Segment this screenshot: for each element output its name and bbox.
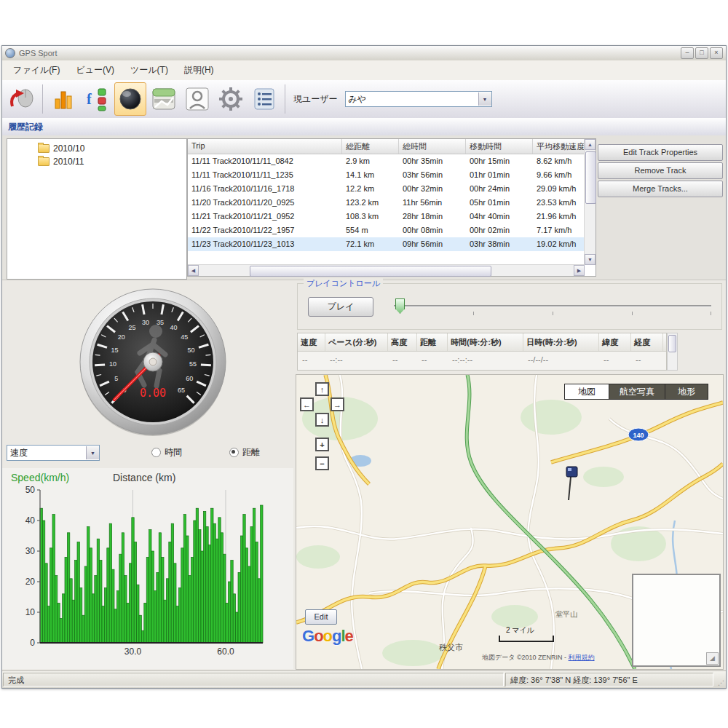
plot-selector-row: 速度 ▼ 時間 距離 — [2, 443, 293, 462]
overview-map-inset: ◢ — [632, 574, 721, 667]
menu-item-0[interactable]: ファイル(F) — [5, 61, 68, 79]
telemetry-scrollbar[interactable] — [667, 333, 678, 371]
history-globe-icon[interactable] — [114, 82, 146, 116]
track-row-3[interactable]: 11/20 Track2010/11/20_0925123.2 km11hr 5… — [188, 196, 596, 210]
route-map-icon[interactable] — [148, 82, 180, 116]
track-cell: 72.1 km — [342, 237, 399, 251]
settings-gear-icon[interactable] — [215, 82, 247, 116]
tree-folder-1[interactable]: 2010/11 — [7, 155, 186, 168]
playback-slider[interactable] — [394, 297, 711, 316]
track-row-1[interactable]: 11/11 Track2010/11/11_123514.1 km03hr 56… — [188, 168, 596, 182]
track-column-header[interactable]: 平均移動速度 — [533, 139, 585, 154]
folder-label: 2010/10 — [53, 143, 84, 154]
activity-status-icon[interactable]: f — [81, 82, 113, 116]
chevron-down-icon[interactable]: ▼ — [86, 446, 99, 459]
chevron-down-icon[interactable]: ▼ — [478, 92, 491, 106]
map-view[interactable]: 140 彩甲斐街道 堂平山 秩父市 ↑ ← → ↓ + − 地図 — [296, 374, 724, 670]
plot-metric-combobox[interactable]: 速度 ▼ — [7, 445, 100, 461]
menu-item-3[interactable]: 説明(H) — [176, 61, 222, 79]
track-column-header[interactable]: 総時間 — [399, 139, 466, 154]
track-cell: 29.09 km/h — [533, 182, 585, 196]
play-control-title: プレイコントロール — [304, 278, 383, 289]
edit-track-properties-button[interactable]: Edit Track Properties — [598, 144, 723, 161]
detail-pane: 05101520253035404550556065 0.00 — [2, 280, 726, 670]
zoom-out-button[interactable]: − — [315, 456, 329, 470]
current-user-combobox[interactable]: みや ▼ — [345, 91, 492, 107]
radio-icon[interactable] — [151, 448, 161, 457]
statistics-icon[interactable] — [47, 82, 79, 116]
terms-link[interactable]: 利用規約 — [569, 654, 595, 661]
track-row-6[interactable]: 11/23 Track2010/11/23_101372.1 km09hr 56… — [188, 237, 596, 251]
svg-text:50: 50 — [25, 485, 36, 495]
svg-text:40: 40 — [170, 324, 177, 331]
speedometer-gauge: 05101520253035404550556065 0.00 — [77, 286, 229, 438]
track-column-header[interactable]: Trip — [188, 139, 342, 154]
horizontal-scrollbar[interactable]: ◀ ▶ — [188, 264, 585, 276]
telemetry-cell: --:-- — [325, 352, 388, 369]
slider-tick — [473, 312, 474, 315]
track-column-header[interactable]: 移動時間 — [466, 139, 533, 154]
track-row-2[interactable]: 11/16 Track2010/11/16_171812.2 km00hr 32… — [188, 182, 596, 196]
tree-folder-0[interactable]: 2010/10 — [7, 142, 186, 155]
svg-text:0: 0 — [30, 638, 35, 648]
map-scale-label: 2 マイル — [506, 625, 554, 636]
track-cell: 00hr 24min — [466, 182, 533, 196]
track-cell: 23.53 km/h — [533, 196, 585, 210]
track-cell: 11/11 Track2010/11/11_1235 — [188, 168, 342, 182]
track-column-header[interactable]: 総距離 — [342, 139, 399, 154]
gps-device-icon[interactable] — [6, 82, 38, 116]
telemetry-column-header: 高度 — [388, 333, 417, 351]
telemetry-cell: --/--/-- — [523, 352, 599, 369]
telemetry-column-header: 緯度 — [599, 333, 631, 351]
slider-tick — [711, 312, 711, 315]
menu-item-1[interactable]: ビュー(V) — [68, 61, 122, 79]
pan-down-button[interactable]: ↓ — [315, 413, 329, 427]
map-edit-button[interactable]: Edit — [305, 609, 337, 625]
remove-track-button[interactable]: Remove Track — [598, 162, 723, 179]
toolbar-separator — [42, 84, 43, 114]
inset-toggle-icon[interactable]: ◢ — [706, 652, 719, 665]
slider-thumb[interactable] — [395, 298, 405, 314]
close-button[interactable]: × — [710, 47, 723, 59]
telemetry-column-header: 距離 — [417, 333, 448, 351]
play-button[interactable]: プレイ — [308, 297, 373, 317]
menu-item-2[interactable]: ツール(T) — [122, 61, 176, 79]
track-cell: 05hr 01min — [466, 196, 533, 210]
scroll-thumb[interactable] — [585, 151, 596, 204]
svg-text:65: 65 — [178, 387, 185, 394]
scroll-thumb[interactable] — [668, 335, 676, 352]
pan-left-button[interactable]: ← — [300, 397, 314, 411]
map-type-satellite-button[interactable]: 航空写真 — [609, 384, 665, 400]
scroll-left-icon[interactable]: ◀ — [188, 265, 199, 276]
user-icon[interactable] — [181, 82, 213, 116]
x-axis-time-radio[interactable]: 時間 — [151, 446, 182, 459]
track-row-4[interactable]: 11/21 Track2010/11/21_0952108.3 km28hr 1… — [188, 210, 596, 223]
track-cell: 11/22 Track2010/11/22_1957 — [188, 223, 342, 237]
vertical-scrollbar[interactable]: ▲ ▼ — [584, 139, 596, 265]
track-row-5[interactable]: 11/22 Track2010/11/22_1957554 m00hr 08mi… — [188, 223, 596, 237]
track-cell: 7.17 km/h — [533, 223, 585, 237]
pan-right-button[interactable]: → — [331, 397, 344, 411]
radio-checked-icon[interactable] — [229, 448, 239, 457]
radio-label: 距離 — [242, 446, 260, 459]
merge-tracks-button[interactable]: Merge Tracks... — [598, 181, 723, 197]
scroll-thumb[interactable] — [250, 266, 491, 277]
globe-glyph — [118, 87, 143, 111]
x-axis-distance-radio[interactable]: 距離 — [229, 446, 260, 459]
details-list-icon[interactable] — [248, 82, 280, 116]
history-tree: 2010/102010/11 — [7, 138, 187, 280]
map-attribution: 地図データ ©2010 ZENRIN - 利用規約 — [482, 653, 595, 662]
scroll-down-icon[interactable]: ▼ — [585, 254, 596, 265]
slider-track[interactable] — [394, 305, 711, 307]
track-row-0[interactable]: 11/11 Track2010/11/11_08422.9 km00hr 35m… — [188, 154, 596, 168]
minimize-button[interactable]: – — [681, 47, 694, 59]
section-title: 履歴記録 — [8, 121, 43, 133]
scroll-up-icon[interactable]: ▲ — [585, 139, 596, 150]
resize-grip[interactable]: ⋰ — [714, 671, 726, 688]
map-type-map-button[interactable]: 地図 — [564, 384, 609, 400]
pan-up-button[interactable]: ↑ — [315, 382, 329, 396]
maximize-button[interactable]: □ — [695, 47, 708, 59]
map-type-terrain-button[interactable]: 地形 — [665, 384, 708, 400]
scroll-right-icon[interactable]: ▶ — [574, 265, 585, 276]
zoom-in-button[interactable]: + — [315, 438, 329, 451]
